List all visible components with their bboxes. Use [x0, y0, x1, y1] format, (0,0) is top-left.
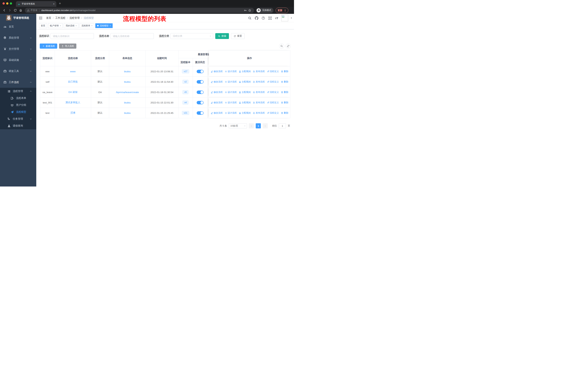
create-process-button[interactable]: ＋新建流程	[40, 43, 57, 49]
breadcrumb-process-mgmt[interactable]: 流程管理	[69, 16, 80, 20]
sidebar-item-支付管理[interactable]: 支付管理	[0, 43, 36, 54]
tag-首页[interactable]: 首页	[39, 23, 47, 28]
form-info-link[interactable]: biubiu	[124, 101, 131, 104]
tag-close-icon[interactable]: ×	[75, 25, 77, 27]
form-info-link[interactable]: biubiu	[124, 70, 131, 73]
reset-button[interactable]: 重置	[231, 33, 245, 39]
edit-process-link[interactable]: 修改流程	[211, 111, 223, 115]
publish-process-link[interactable]: 发布流程	[253, 80, 265, 83]
tag-close-icon[interactable]: ×	[110, 25, 111, 27]
form-info-link[interactable]: /bpm/oa/leave/create	[116, 91, 139, 94]
next-page-button[interactable]: ›	[263, 123, 268, 128]
browser-tab[interactable]: 芋道管理系统 ×	[16, 1, 56, 7]
tag-流程表单[interactable]: 流程表单×	[80, 23, 94, 28]
active-status-toggle[interactable]	[197, 101, 204, 104]
sidebar-item-工作流程[interactable]: 工作流程	[0, 77, 36, 88]
reload-icon[interactable]	[12, 8, 18, 13]
delete-process-link[interactable]: 删除	[281, 80, 288, 83]
edit-process-link[interactable]: 修改流程	[211, 70, 223, 73]
process-definition-link[interactable]: 流程定义	[267, 70, 279, 73]
sidebar-item-首页[interactable]: 首页	[0, 21, 36, 32]
fullscreen-icon[interactable]	[268, 16, 272, 20]
new-tab-button[interactable]: +	[59, 1, 61, 7]
filter-id-input[interactable]	[51, 33, 94, 39]
tag-我的流程[interactable]: 我的流程×	[64, 23, 78, 28]
sidebar-item-流程模型[interactable]: 流程模型	[0, 109, 36, 115]
process-definition-link[interactable]: 流程定义	[267, 80, 279, 83]
security-warning-icon[interactable]	[27, 9, 30, 12]
design-process-link[interactable]: 设计流程	[225, 101, 237, 104]
sidebar-item-基础设施[interactable]: 基础设施	[0, 54, 36, 66]
sidebar-item-流程表单[interactable]: 流程表单	[0, 95, 36, 102]
edit-process-link[interactable]: 修改流程	[211, 80, 223, 83]
design-process-link[interactable]: 设计流程	[225, 80, 237, 83]
process-definition-link[interactable]: 流程定义	[267, 111, 279, 115]
show-search-toggle-button[interactable]	[279, 43, 284, 49]
sidebar-item-请假查询[interactable]: 请假查询	[0, 122, 36, 129]
design-process-link[interactable]: 设计流程	[225, 91, 237, 94]
window-controls[interactable]	[2, 2, 12, 5]
active-status-toggle[interactable]	[197, 80, 204, 84]
filter-category-select[interactable]: 流程分类 ˅	[170, 33, 213, 39]
breadcrumb-home[interactable]: 首页	[46, 16, 51, 20]
assign-rule-link[interactable]: 分配规则	[239, 70, 251, 73]
form-info-link[interactable]: biubiu	[124, 81, 131, 83]
back-icon[interactable]	[1, 8, 7, 13]
delete-process-link[interactable]: 删除	[281, 91, 288, 94]
edit-process-link[interactable]: 修改流程	[211, 91, 223, 94]
process-name-link[interactable]: 滔博	[70, 111, 75, 115]
url-text[interactable]: dashboard.yudao.iocoder.cn/bpm/manager/m…	[41, 9, 243, 12]
page-size-select[interactable]: 10条/页 ˅	[229, 123, 247, 128]
font-size-icon[interactable]: тT	[274, 16, 279, 20]
process-name-link[interactable]: OA 请假	[68, 91, 77, 94]
browser-menu-icon[interactable]: ⋮	[284, 9, 286, 12]
filter-name-input[interactable]	[110, 33, 154, 39]
minimize-window-button[interactable]	[6, 2, 8, 5]
url-bar[interactable]: 不安全 dashboard.yudao.iocoder.cn/bpm/manag…	[25, 8, 254, 13]
active-status-toggle[interactable]	[197, 91, 204, 94]
assign-rule-link[interactable]: 分配规则	[239, 91, 251, 94]
breadcrumb-workflow[interactable]: 工作流程	[55, 16, 65, 20]
tab-close-icon[interactable]: ×	[53, 2, 54, 5]
version-badge[interactable]: v21	[182, 111, 189, 115]
tag-close-icon[interactable]: ×	[60, 25, 61, 27]
active-status-toggle[interactable]	[197, 111, 204, 115]
prev-page-button[interactable]: ‹	[249, 123, 254, 128]
home-icon[interactable]	[18, 8, 23, 13]
search-button[interactable]: 搜索	[215, 33, 229, 39]
version-badge[interactable]: v2	[182, 80, 189, 84]
design-process-link[interactable]: 设计流程	[225, 111, 237, 115]
tag-流程模型[interactable]: 流程模型×	[95, 23, 113, 28]
process-definition-link[interactable]: 流程定义	[267, 91, 279, 94]
github-icon[interactable]	[254, 16, 259, 20]
assign-rule-link[interactable]: 分配规则	[239, 80, 251, 83]
sidebar-collapse-icon[interactable]	[39, 16, 43, 20]
version-badge[interactable]: v4	[182, 101, 189, 105]
bookmark-star-icon[interactable]	[248, 8, 252, 13]
key-icon[interactable]	[243, 8, 248, 13]
sidebar-item-流程管理[interactable]: 流程管理	[0, 88, 36, 95]
maximize-window-button[interactable]	[10, 2, 12, 5]
avatar[interactable]	[281, 15, 288, 21]
avatar-caret-icon[interactable]: ▼	[291, 17, 292, 19]
publish-process-link[interactable]: 发布流程	[253, 111, 265, 115]
form-info-link[interactable]: biubiu	[124, 112, 131, 114]
import-process-button[interactable]: 导入流程	[59, 43, 76, 49]
sidebar-item-任务管理[interactable]: 任务管理	[0, 115, 36, 122]
process-definition-link[interactable]: 流程定义	[267, 101, 279, 104]
publish-process-link[interactable]: 发布流程	[253, 70, 265, 73]
sidebar-item-用户分组[interactable]: 用户分组	[0, 102, 36, 109]
close-window-button[interactable]	[2, 2, 5, 5]
assign-rule-link[interactable]: 分配规则	[239, 111, 251, 115]
process-name-link[interactable]: eeee	[70, 70, 76, 73]
delete-process-link[interactable]: 删除	[281, 101, 288, 104]
search-icon[interactable]	[248, 16, 252, 20]
tag-close-icon[interactable]: ×	[91, 25, 92, 27]
process-name-link[interactable]: 自己审批	[68, 80, 78, 83]
publish-process-link[interactable]: 发布流程	[253, 91, 265, 94]
edit-process-link[interactable]: 修改流程	[211, 101, 223, 104]
design-process-link[interactable]: 设计流程	[225, 70, 237, 73]
help-icon[interactable]	[261, 16, 265, 20]
forward-icon[interactable]	[7, 8, 12, 13]
goto-page-input[interactable]	[279, 123, 286, 128]
